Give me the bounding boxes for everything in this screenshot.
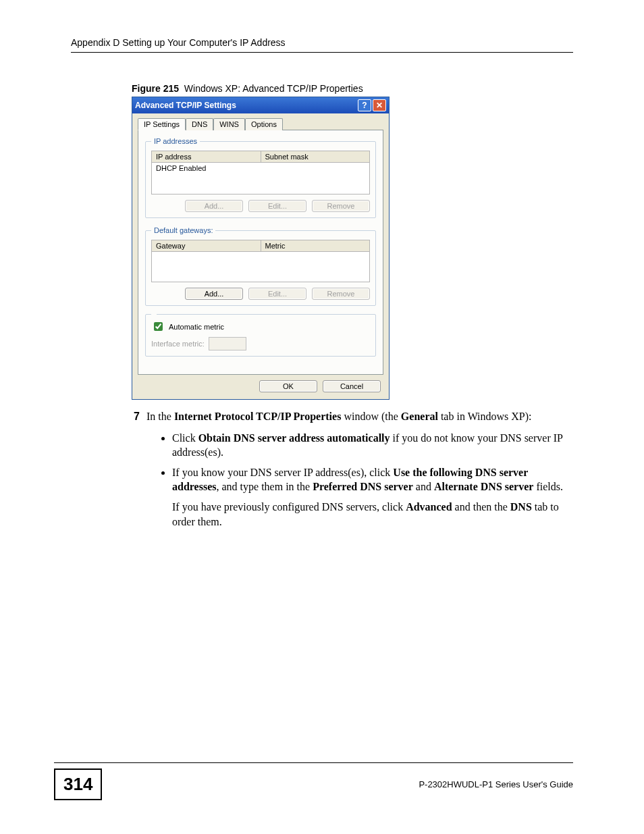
tab-ip-settings[interactable]: IP Settings bbox=[138, 118, 186, 130]
dialog-titlebar[interactable]: Advanced TCP/IP Settings ? ✕ bbox=[132, 97, 389, 113]
tab-body: IP addresses IP address Subnet mask DHCP… bbox=[138, 130, 383, 375]
tab-wins[interactable]: WINS bbox=[213, 118, 245, 130]
dialog-footer: OK Cancel bbox=[132, 380, 389, 399]
default-gateways-legend: Default gateways: bbox=[151, 226, 215, 234]
guide-name: P-2302HWUDL-P1 Series User's Guide bbox=[419, 779, 573, 789]
running-header: Appendix D Setting up Your Computer's IP… bbox=[71, 37, 573, 53]
gw-list-body[interactable] bbox=[151, 252, 370, 282]
bullet-2: If you know your DNS server IP address(e… bbox=[172, 465, 564, 494]
ip-edit-button[interactable]: Edit... bbox=[248, 200, 306, 212]
after-bullets-text: If you have previously configured DNS se… bbox=[172, 500, 564, 529]
gw-add-button[interactable]: Add... bbox=[185, 288, 243, 300]
col-subnet-mask: Subnet mask bbox=[261, 151, 370, 162]
tab-dns[interactable]: DNS bbox=[186, 118, 213, 130]
ip-addresses-legend: IP addresses bbox=[151, 137, 200, 145]
cancel-button[interactable]: Cancel bbox=[323, 380, 381, 392]
tab-options[interactable]: Options bbox=[245, 118, 283, 130]
tab-strip: IP Settings DNS WINS Options bbox=[132, 113, 389, 130]
gw-edit-button[interactable]: Edit... bbox=[248, 288, 306, 300]
step-text: In the Internet Protocol TCP/IP Properti… bbox=[146, 409, 562, 424]
ip-remove-button[interactable]: Remove bbox=[312, 200, 370, 212]
step-7: 7 In the Internet Protocol TCP/IP Proper… bbox=[124, 409, 562, 424]
ok-button[interactable]: OK bbox=[259, 380, 317, 392]
gw-list-header: Gateway Metric bbox=[151, 240, 370, 252]
gw-remove-button[interactable]: Remove bbox=[312, 288, 370, 300]
figure-text: Windows XP: Advanced TCP/IP Properties bbox=[184, 83, 363, 94]
figure-caption: Figure 215 Windows XP: Advanced TCP/IP P… bbox=[132, 83, 573, 94]
figure-label: Figure 215 bbox=[132, 83, 179, 94]
ip-list-header: IP address Subnet mask bbox=[151, 151, 370, 163]
dialog-title: Advanced TCP/IP Settings bbox=[135, 101, 356, 110]
automatic-metric-checkbox[interactable] bbox=[154, 322, 163, 331]
interface-metric-input bbox=[209, 337, 246, 350]
default-gateways-group: Default gateways: Gateway Metric Add... … bbox=[145, 226, 376, 306]
page-number: 314 bbox=[54, 768, 102, 800]
col-ip-address: IP address bbox=[152, 151, 261, 162]
metric-group: Automatic metric Interface metric: bbox=[145, 314, 376, 357]
ip-addresses-group: IP addresses IP address Subnet mask DHCP… bbox=[145, 137, 376, 218]
step-number: 7 bbox=[124, 409, 140, 424]
advanced-tcpip-dialog: Advanced TCP/IP Settings ? ✕ IP Settings… bbox=[132, 97, 390, 400]
interface-metric-label: Interface metric: bbox=[151, 340, 205, 348]
ip-list-row: DHCP Enabled bbox=[156, 164, 206, 172]
help-icon[interactable]: ? bbox=[358, 99, 371, 111]
close-icon[interactable]: ✕ bbox=[373, 99, 386, 111]
col-metric: Metric bbox=[261, 240, 370, 251]
col-gateway: Gateway bbox=[152, 240, 261, 251]
ip-add-button[interactable]: Add... bbox=[185, 200, 243, 212]
bullet-1: Click Obtain DNS server address automati… bbox=[172, 431, 564, 460]
ip-list-body[interactable]: DHCP Enabled bbox=[151, 163, 370, 194]
page-footer: 314 P-2302HWUDL-P1 Series User's Guide bbox=[54, 762, 573, 800]
step-bullets: Click Obtain DNS server address automati… bbox=[172, 431, 564, 494]
automatic-metric-label: Automatic metric bbox=[169, 323, 224, 331]
